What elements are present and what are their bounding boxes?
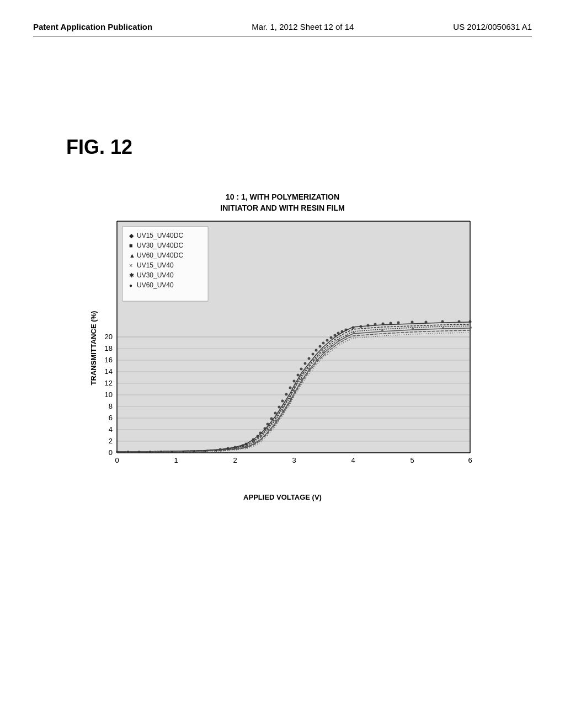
- svg-point-78: [345, 329, 348, 331]
- svg-point-82: [374, 323, 377, 326]
- svg-point-119: [381, 329, 383, 331]
- chart-area: TRANSMITTANCE (%) APPLIED VOLTAGE (V): [84, 216, 481, 480]
- svg-point-116: [338, 339, 340, 341]
- svg-text:5: 5: [410, 456, 414, 464]
- svg-point-61: [281, 400, 284, 403]
- svg-text:UV30_UV40DC: UV30_UV40DC: [137, 242, 183, 249]
- svg-point-95: [160, 451, 162, 453]
- svg-text:8: 8: [109, 402, 113, 410]
- svg-point-71: [319, 345, 322, 348]
- svg-text:6: 6: [468, 456, 472, 464]
- svg-text:1: 1: [174, 456, 178, 464]
- svg-point-88: [441, 320, 444, 323]
- svg-text:0: 0: [109, 448, 113, 457]
- svg-point-63: [289, 387, 292, 389]
- svg-point-72: [322, 342, 325, 345]
- svg-point-69: [312, 353, 315, 356]
- svg-text:UV60_UV40DC: UV60_UV40DC: [137, 251, 183, 259]
- svg-point-86: [411, 321, 414, 324]
- svg-point-81: [367, 324, 370, 327]
- svg-point-59: [274, 412, 277, 415]
- svg-point-84: [390, 322, 392, 325]
- svg-point-67: [304, 362, 307, 365]
- svg-text:3: 3: [292, 456, 296, 464]
- svg-point-83: [382, 323, 385, 325]
- svg-point-49: [227, 447, 230, 450]
- date-sheet-label: Mar. 1, 2012 Sheet 12 of 14: [252, 22, 354, 31]
- svg-text:4: 4: [351, 456, 355, 464]
- svg-point-117: [345, 335, 348, 337]
- page: Patent Application Publication Mar. 1, 2…: [0, 0, 565, 728]
- svg-text:0: 0: [115, 456, 119, 464]
- svg-text:4: 4: [109, 425, 113, 433]
- svg-point-56: [264, 427, 266, 430]
- svg-point-87: [425, 321, 428, 324]
- svg-point-58: [270, 417, 273, 420]
- svg-point-110: [294, 390, 296, 392]
- svg-point-62: [285, 393, 288, 396]
- svg-point-77: [341, 330, 344, 333]
- svg-text:UV30_UV40: UV30_UV40: [137, 271, 174, 279]
- svg-point-109: [290, 398, 292, 400]
- svg-point-121: [442, 327, 444, 329]
- svg-point-115: [331, 345, 333, 347]
- svg-text:10: 10: [105, 390, 113, 399]
- svg-point-102: [234, 447, 237, 449]
- svg-point-100: [215, 449, 217, 452]
- svg-point-105: [260, 435, 262, 437]
- svg-point-79: [352, 326, 355, 329]
- svg-point-85: [397, 322, 400, 324]
- svg-text:●: ●: [129, 282, 132, 288]
- svg-point-122: [470, 326, 472, 329]
- svg-point-52: [245, 443, 248, 446]
- svg-text:UV15_UV40DC: UV15_UV40DC: [137, 232, 183, 239]
- svg-point-70: [315, 349, 318, 352]
- svg-text:▲: ▲: [129, 252, 135, 259]
- svg-text:16: 16: [105, 356, 113, 364]
- svg-point-68: [308, 357, 311, 360]
- svg-point-120: [412, 328, 414, 330]
- svg-point-89: [458, 320, 461, 323]
- svg-point-99: [204, 450, 206, 452]
- svg-point-112: [308, 368, 311, 370]
- svg-point-53: [252, 438, 255, 441]
- svg-point-107: [275, 420, 277, 422]
- svg-point-103: [246, 445, 248, 447]
- svg-point-114: [323, 351, 325, 354]
- svg-text:18: 18: [105, 344, 113, 352]
- publication-label: Patent Application Publication: [33, 22, 152, 31]
- svg-text:UV60_UV40: UV60_UV40: [137, 281, 174, 289]
- svg-point-118: [353, 331, 355, 334]
- svg-point-76: [337, 332, 340, 335]
- svg-point-51: [242, 445, 244, 447]
- svg-point-91: [116, 451, 118, 453]
- svg-text:■: ■: [129, 242, 133, 249]
- x-axis-ticks: 0 1 2 3 4 5 6: [115, 456, 472, 464]
- svg-text:14: 14: [105, 367, 113, 376]
- page-header: Patent Application Publication Mar. 1, 2…: [33, 22, 532, 36]
- svg-point-64: [293, 380, 296, 383]
- svg-point-101: [220, 449, 222, 452]
- svg-point-113: [316, 359, 318, 361]
- svg-text:12: 12: [105, 379, 113, 387]
- figure-title: FIG. 12: [66, 136, 532, 159]
- x-axis-label: APPLIED VOLTAGE (V): [243, 493, 322, 501]
- svg-point-80: [360, 325, 363, 328]
- svg-point-97: [182, 451, 184, 453]
- svg-point-90: [469, 320, 472, 323]
- svg-point-96: [171, 451, 173, 453]
- svg-point-98: [193, 451, 195, 453]
- svg-point-57: [266, 423, 269, 426]
- chart-svg: 0 2 4 6 8 10 12 14 16 18 20 0 1: [84, 216, 481, 480]
- svg-point-55: [259, 432, 262, 435]
- svg-point-106: [267, 429, 269, 431]
- svg-point-93: [138, 451, 140, 453]
- svg-point-111: [301, 378, 303, 380]
- svg-point-108: [282, 410, 284, 412]
- chart-title: 10 : 1, WITH POLYMERIZATION INITIATOR AN…: [84, 192, 481, 213]
- svg-point-73: [326, 339, 329, 342]
- svg-point-60: [278, 406, 281, 409]
- svg-point-65: [297, 374, 300, 377]
- svg-point-66: [300, 368, 303, 371]
- svg-text:6: 6: [109, 414, 113, 422]
